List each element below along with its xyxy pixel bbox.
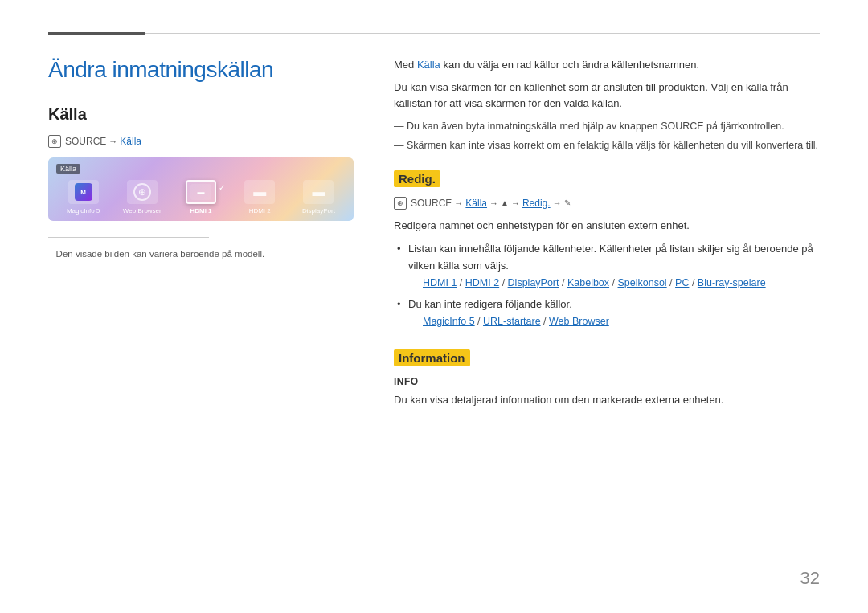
redig-path-link2[interactable]: Redig. bbox=[522, 198, 551, 209]
links-row-2: MagicInfo 5 / URL-startare / Web Browser bbox=[408, 313, 820, 330]
top-line-light bbox=[145, 33, 820, 34]
divider-line bbox=[48, 237, 209, 238]
magicinfo-icon: M bbox=[75, 183, 92, 201]
source-path: ⊕ SOURCE → Källa bbox=[48, 135, 354, 148]
page-number: 32 bbox=[800, 568, 820, 589]
intro-link-kalla[interactable]: Källa bbox=[417, 59, 440, 71]
right-column: Med Källa kan du välja en rad källor och… bbox=[394, 57, 820, 407]
bullet-item-2: Du kan inte redigera följande källor. Ma… bbox=[394, 296, 820, 330]
main-content: Ändra inmatningskällan Källa ⊕ SOURCE → … bbox=[48, 57, 820, 407]
source-item-icon-displayport: ▬ bbox=[303, 180, 334, 204]
intro-text-before: Med bbox=[394, 59, 417, 71]
displayport-icon: ▬ bbox=[309, 185, 328, 199]
sep3: / bbox=[559, 277, 567, 288]
source-item-hdmi2[interactable]: ▬ HDMI 2 bbox=[233, 180, 287, 215]
intro-text-after: kan du välja en rad källor och ändra käl… bbox=[440, 59, 699, 71]
web-icon: ⊕ bbox=[133, 183, 151, 201]
sep2: / bbox=[499, 277, 507, 288]
link-spelkonsol[interactable]: Spelkonsol bbox=[617, 277, 666, 288]
redig-path-link1[interactable]: Källa bbox=[465, 198, 487, 209]
source-item-magicinfo[interactable]: M MagicInfo 5 bbox=[56, 180, 110, 215]
source-item-displayport[interactable]: ▬ DisplayPort bbox=[292, 180, 346, 215]
source-item-label-hdmi2: HDMI 2 bbox=[249, 207, 271, 215]
section-title-kalla: Källa bbox=[48, 105, 354, 124]
link-bluray[interactable]: Blu-ray-spelare bbox=[698, 277, 766, 288]
hdmi2-icon: ▬ bbox=[250, 185, 269, 199]
redig-arrow3: → bbox=[511, 198, 520, 208]
sep5: / bbox=[667, 277, 675, 288]
dash-note-1: Du kan även byta inmatningskälla med hjä… bbox=[394, 119, 820, 134]
redig-source-icon: ⊕ bbox=[394, 197, 407, 210]
info-label: INFO bbox=[394, 376, 820, 387]
source-link-kalla[interactable]: Källa bbox=[120, 136, 141, 147]
redig-arrow4: → bbox=[553, 198, 562, 208]
source-item-webbrowser[interactable]: ⊕ Web Browser bbox=[115, 180, 169, 215]
redig-up-icon: ▲ bbox=[501, 198, 509, 207]
top-line-dark bbox=[48, 32, 145, 35]
link-displayport[interactable]: DisplayPort bbox=[508, 277, 559, 288]
info-description: Du kan visa detaljerad information om de… bbox=[394, 392, 820, 408]
redig-arrow1: → bbox=[454, 198, 463, 208]
link-pc[interactable]: PC bbox=[675, 277, 689, 288]
source-item-icon-web: ⊕ bbox=[127, 180, 158, 204]
source-items-row: M MagicInfo 5 ⊕ Web Browser ✓ bbox=[56, 180, 346, 215]
sep7: / bbox=[475, 316, 483, 327]
page-title: Ändra inmatningskällan bbox=[48, 57, 354, 83]
source-selector-ui: Källa M MagicInfo 5 ⊕ Web Brow bbox=[48, 157, 354, 221]
left-column: Ändra inmatningskällan Källa ⊕ SOURCE → … bbox=[48, 57, 354, 407]
source-arrow: → bbox=[108, 137, 117, 146]
redig-path: ⊕ SOURCE → Källa → ▲ → Redig. → ✎ bbox=[394, 197, 820, 210]
link-hdmi1[interactable]: HDMI 1 bbox=[423, 277, 457, 288]
sep4: / bbox=[609, 277, 617, 288]
source-path-text: SOURCE bbox=[65, 136, 106, 147]
hdmi1-icon: ▬ bbox=[190, 184, 211, 200]
redig-edit-icon: ✎ bbox=[564, 198, 571, 207]
bullet-text-2: Du kan inte redigera följande källor. bbox=[408, 298, 572, 310]
link-webbrowser[interactable]: Web Browser bbox=[549, 316, 609, 327]
dash-note-2: Skärmen kan inte visas korrekt om en fel… bbox=[394, 138, 820, 153]
links-row-1: HDMI 1 / HDMI 2 / DisplayPort / Kabelbox… bbox=[408, 275, 820, 292]
link-kabelbox[interactable]: Kabelbox bbox=[567, 277, 609, 288]
source-item-label-hdmi1: HDMI 1 bbox=[190, 207, 211, 215]
source-item-label-displayport: DisplayPort bbox=[302, 207, 335, 215]
link-urlstartare[interactable]: URL-startare bbox=[483, 316, 541, 327]
source-item-icon-magicinfo: M bbox=[68, 180, 99, 204]
redig-path-source: SOURCE bbox=[411, 198, 452, 209]
link-hdmi2[interactable]: HDMI 2 bbox=[465, 277, 499, 288]
link-magicinfo[interactable]: MagicInfo 5 bbox=[423, 316, 475, 327]
redig-description: Redigera namnet och enhetstypen för en a… bbox=[394, 218, 820, 234]
bullet-text-1: Listan kan innehålla följande källenhete… bbox=[408, 243, 813, 272]
left-note: – Den visade bilden kan variera beroende… bbox=[48, 249, 354, 259]
bullet-item-1: Listan kan innehålla följande källenhete… bbox=[394, 241, 820, 292]
source-item-label-web: Web Browser bbox=[123, 207, 162, 215]
source-item-hdmi1[interactable]: ✓ ▬ HDMI 1 bbox=[174, 180, 227, 215]
body-text-1: Du kan visa skärmen för en källenhet som… bbox=[394, 80, 820, 113]
redig-badge: Redig. bbox=[394, 170, 440, 187]
source-item-icon-hdmi2: ▬ bbox=[244, 180, 275, 204]
redig-arrow2: → bbox=[489, 198, 498, 208]
check-mark-icon: ✓ bbox=[219, 183, 225, 192]
source-icon: ⊕ bbox=[48, 135, 61, 148]
information-badge: Information bbox=[394, 349, 470, 366]
intro-paragraph: Med Källa kan du välja en rad källor och… bbox=[394, 57, 820, 73]
page-container: Ändra inmatningskällan Källa ⊕ SOURCE → … bbox=[0, 0, 868, 613]
sep8: / bbox=[541, 316, 549, 327]
top-decorative-lines bbox=[48, 32, 820, 35]
source-item-icon-hdmi1: ▬ bbox=[186, 180, 216, 204]
source-item-label-magicinfo: MagicInfo 5 bbox=[67, 207, 100, 215]
sep1: / bbox=[457, 277, 465, 288]
sep6: / bbox=[689, 277, 697, 288]
source-badge: Källa bbox=[56, 164, 80, 174]
